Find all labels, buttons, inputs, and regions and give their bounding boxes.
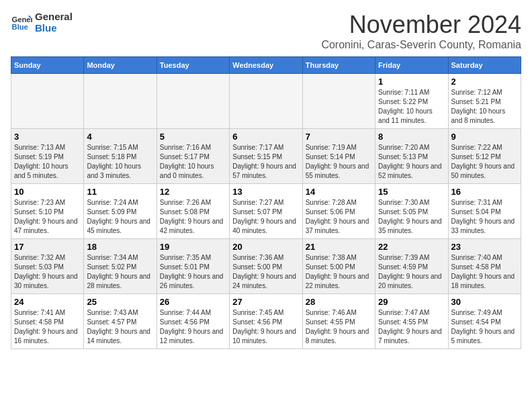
day-number: 1 <box>378 77 445 87</box>
day-info: Sunrise: 7:43 AM Sunset: 4:57 PM Dayligh… <box>87 308 153 346</box>
day-info: Sunrise: 7:16 AM Sunset: 5:17 PM Dayligh… <box>160 143 226 181</box>
calendar-cell: 25Sunrise: 7:43 AM Sunset: 4:57 PM Dayli… <box>84 294 157 349</box>
day-info: Sunrise: 7:47 AM Sunset: 4:55 PM Dayligh… <box>378 308 445 346</box>
day-info: Sunrise: 7:32 AM Sunset: 5:03 PM Dayligh… <box>14 253 81 291</box>
day-number: 15 <box>378 187 445 197</box>
calendar-table: SundayMondayTuesdayWednesdayThursdayFrid… <box>11 56 521 349</box>
day-info: Sunrise: 7:13 AM Sunset: 5:19 PM Dayligh… <box>14 143 81 181</box>
day-number: 7 <box>306 132 372 142</box>
logo-text-line2: Blue <box>35 22 73 34</box>
calendar-week-5: 24Sunrise: 7:41 AM Sunset: 4:58 PM Dayli… <box>11 294 521 349</box>
calendar-cell: 6Sunrise: 7:17 AM Sunset: 5:15 PM Daylig… <box>230 129 302 184</box>
calendar-week-3: 10Sunrise: 7:23 AM Sunset: 5:10 PM Dayli… <box>11 184 521 239</box>
calendar-cell: 2Sunrise: 7:12 AM Sunset: 5:21 PM Daylig… <box>448 74 521 129</box>
location-subtitle: Coronini, Caras-Severin County, Romania <box>321 39 521 51</box>
weekday-header-friday: Friday <box>375 57 448 74</box>
weekday-header-thursday: Thursday <box>302 57 375 74</box>
day-number: 16 <box>451 187 518 197</box>
day-info: Sunrise: 7:22 AM Sunset: 5:12 PM Dayligh… <box>451 143 518 181</box>
day-info: Sunrise: 7:23 AM Sunset: 5:10 PM Dayligh… <box>14 198 81 236</box>
day-info: Sunrise: 7:12 AM Sunset: 5:21 PM Dayligh… <box>451 88 518 126</box>
weekday-header-monday: Monday <box>84 57 157 74</box>
calendar-cell: 29Sunrise: 7:47 AM Sunset: 4:55 PM Dayli… <box>375 294 448 349</box>
day-number: 30 <box>451 297 518 307</box>
calendar-cell: 14Sunrise: 7:28 AM Sunset: 5:06 PM Dayli… <box>302 184 375 239</box>
day-info: Sunrise: 7:49 AM Sunset: 4:54 PM Dayligh… <box>451 308 518 346</box>
day-number: 25 <box>87 297 153 307</box>
day-info: Sunrise: 7:46 AM Sunset: 4:55 PM Dayligh… <box>306 308 372 346</box>
day-info: Sunrise: 7:24 AM Sunset: 5:09 PM Dayligh… <box>87 198 153 236</box>
day-info: Sunrise: 7:36 AM Sunset: 5:00 PM Dayligh… <box>232 253 299 291</box>
day-number: 18 <box>87 242 153 252</box>
page-header: General Blue General Blue November 2024 … <box>11 11 521 51</box>
day-info: Sunrise: 7:15 AM Sunset: 5:18 PM Dayligh… <box>87 143 153 181</box>
day-info: Sunrise: 7:31 AM Sunset: 5:04 PM Dayligh… <box>451 198 518 236</box>
calendar-cell: 30Sunrise: 7:49 AM Sunset: 4:54 PM Dayli… <box>448 294 521 349</box>
calendar-cell: 16Sunrise: 7:31 AM Sunset: 5:04 PM Dayli… <box>448 184 521 239</box>
day-number: 29 <box>378 297 445 307</box>
calendar-cell: 17Sunrise: 7:32 AM Sunset: 5:03 PM Dayli… <box>11 239 84 294</box>
calendar-cell: 9Sunrise: 7:22 AM Sunset: 5:12 PM Daylig… <box>448 129 521 184</box>
calendar-cell: 28Sunrise: 7:46 AM Sunset: 4:55 PM Dayli… <box>302 294 375 349</box>
calendar-week-2: 3Sunrise: 7:13 AM Sunset: 5:19 PM Daylig… <box>11 129 521 184</box>
day-number: 2 <box>451 77 518 87</box>
weekday-header-saturday: Saturday <box>448 57 521 74</box>
day-number: 23 <box>451 242 518 252</box>
calendar-cell: 19Sunrise: 7:35 AM Sunset: 5:01 PM Dayli… <box>157 239 229 294</box>
logo-icon: General Blue <box>11 11 32 33</box>
weekday-header-wednesday: Wednesday <box>230 57 302 74</box>
calendar-week-1: 1Sunrise: 7:11 AM Sunset: 5:22 PM Daylig… <box>11 74 521 129</box>
calendar-cell: 26Sunrise: 7:44 AM Sunset: 4:56 PM Dayli… <box>157 294 229 349</box>
day-number: 17 <box>14 242 81 252</box>
day-info: Sunrise: 7:30 AM Sunset: 5:05 PM Dayligh… <box>378 198 445 236</box>
day-number: 5 <box>160 132 226 142</box>
day-info: Sunrise: 7:26 AM Sunset: 5:08 PM Dayligh… <box>160 198 226 236</box>
day-number: 8 <box>378 132 445 142</box>
calendar-cell: 7Sunrise: 7:19 AM Sunset: 5:14 PM Daylig… <box>302 129 375 184</box>
calendar-cell: 15Sunrise: 7:30 AM Sunset: 5:05 PM Dayli… <box>375 184 448 239</box>
day-info: Sunrise: 7:27 AM Sunset: 5:07 PM Dayligh… <box>232 198 299 236</box>
calendar-cell: 23Sunrise: 7:40 AM Sunset: 4:58 PM Dayli… <box>448 239 521 294</box>
day-info: Sunrise: 7:34 AM Sunset: 5:02 PM Dayligh… <box>87 253 153 291</box>
day-number: 10 <box>14 187 81 197</box>
calendar-week-4: 17Sunrise: 7:32 AM Sunset: 5:03 PM Dayli… <box>11 239 521 294</box>
day-number: 11 <box>87 187 153 197</box>
weekday-header-tuesday: Tuesday <box>157 57 229 74</box>
day-info: Sunrise: 7:38 AM Sunset: 5:00 PM Dayligh… <box>306 253 372 291</box>
svg-text:Blue: Blue <box>12 23 28 31</box>
day-info: Sunrise: 7:20 AM Sunset: 5:13 PM Dayligh… <box>378 143 445 181</box>
weekday-header-row: SundayMondayTuesdayWednesdayThursdayFrid… <box>11 57 521 74</box>
day-info: Sunrise: 7:41 AM Sunset: 4:58 PM Dayligh… <box>14 308 81 346</box>
calendar-cell: 5Sunrise: 7:16 AM Sunset: 5:17 PM Daylig… <box>157 129 229 184</box>
day-number: 22 <box>378 242 445 252</box>
day-number: 27 <box>232 297 299 307</box>
calendar-cell: 27Sunrise: 7:45 AM Sunset: 4:56 PM Dayli… <box>230 294 302 349</box>
calendar-cell: 4Sunrise: 7:15 AM Sunset: 5:18 PM Daylig… <box>84 129 157 184</box>
day-info: Sunrise: 7:11 AM Sunset: 5:22 PM Dayligh… <box>378 88 445 126</box>
day-number: 14 <box>306 187 372 197</box>
calendar-cell <box>157 74 229 129</box>
day-number: 24 <box>14 297 81 307</box>
day-number: 12 <box>160 187 226 197</box>
calendar-cell: 18Sunrise: 7:34 AM Sunset: 5:02 PM Dayli… <box>84 239 157 294</box>
logo-text-line1: General <box>35 11 73 22</box>
day-number: 9 <box>451 132 518 142</box>
day-number: 4 <box>87 132 153 142</box>
calendar-cell: 11Sunrise: 7:24 AM Sunset: 5:09 PM Dayli… <box>84 184 157 239</box>
calendar-cell: 12Sunrise: 7:26 AM Sunset: 5:08 PM Dayli… <box>157 184 229 239</box>
calendar-cell: 10Sunrise: 7:23 AM Sunset: 5:10 PM Dayli… <box>11 184 84 239</box>
calendar-cell <box>302 74 375 129</box>
day-number: 28 <box>306 297 372 307</box>
calendar-cell: 24Sunrise: 7:41 AM Sunset: 4:58 PM Dayli… <box>11 294 84 349</box>
calendar-cell: 13Sunrise: 7:27 AM Sunset: 5:07 PM Dayli… <box>230 184 302 239</box>
calendar-cell: 3Sunrise: 7:13 AM Sunset: 5:19 PM Daylig… <box>11 129 84 184</box>
day-info: Sunrise: 7:40 AM Sunset: 4:58 PM Dayligh… <box>451 253 518 291</box>
calendar-cell <box>11 74 84 129</box>
calendar-cell <box>84 74 157 129</box>
day-info: Sunrise: 7:28 AM Sunset: 5:06 PM Dayligh… <box>306 198 372 236</box>
day-info: Sunrise: 7:39 AM Sunset: 4:59 PM Dayligh… <box>378 253 445 291</box>
month-title: November 2024 <box>321 11 521 39</box>
calendar-cell: 22Sunrise: 7:39 AM Sunset: 4:59 PM Dayli… <box>375 239 448 294</box>
day-info: Sunrise: 7:19 AM Sunset: 5:14 PM Dayligh… <box>306 143 372 181</box>
weekday-header-sunday: Sunday <box>11 57 84 74</box>
